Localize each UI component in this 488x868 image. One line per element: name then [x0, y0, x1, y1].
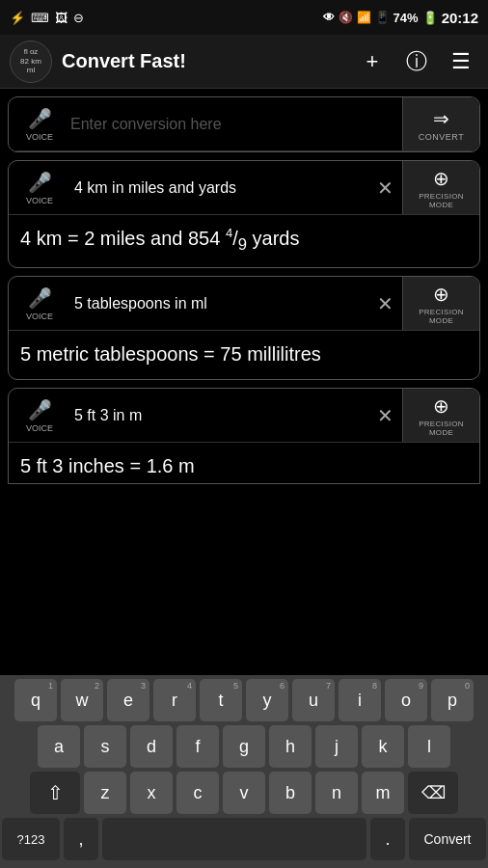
close-button-1[interactable]: ✕ [367, 171, 402, 205]
key-w[interactable]: 2w [61, 679, 103, 721]
mic-icon-2: 🎤 [28, 286, 52, 310]
symbols-key[interactable]: ?123 [2, 818, 60, 860]
backspace-key[interactable]: ⌫ [408, 772, 458, 814]
key-e[interactable]: 3e [107, 679, 149, 721]
shift-key[interactable]: ⇧ [30, 772, 80, 814]
status-left-icons: ⚡ ⌨ 🖼 ⊖ [10, 11, 84, 25]
key-s[interactable]: s [84, 725, 126, 768]
keyboard: 1q 2w 3e 4r 5t 6y 7u 8i 9o 0p a s d f g … [0, 675, 488, 868]
voice-button-3[interactable]: 🎤 VOICE [9, 398, 70, 433]
convert-arrow-icon: ⇒ [433, 107, 449, 130]
info-button[interactable]: ⓘ [399, 44, 434, 79]
keyboard-row-1: 1q 2w 3e 4r 5t 6y 7u 8i 9o 0p [2, 679, 486, 721]
subscript-1: 9 [238, 235, 247, 254]
close-button-3[interactable]: ✕ [367, 398, 402, 433]
key-p[interactable]: 0p [431, 679, 474, 721]
key-number-3: 3 [141, 681, 146, 691]
key-y[interactable]: 6y [246, 679, 288, 721]
key-z[interactable]: z [84, 772, 126, 814]
precision-label-3: PRECISIONMODE [419, 420, 464, 437]
key-m[interactable]: m [362, 772, 404, 814]
key-k[interactable]: k [362, 725, 404, 768]
input-row: 🎤 VOICE ⇒ CONVERT [9, 97, 479, 151]
precision-button-3[interactable]: ⊕ PRECISIONMODE [402, 389, 479, 442]
keyboard-row-2: a s d f g h j k l [2, 725, 486, 768]
mute-icon: 🔇 [339, 11, 353, 24]
status-bar: ⚡ ⌨ 🖼 ⊖ 👁 🔇 📶 📱 74% 🔋 20:12 [0, 0, 488, 35]
key-h[interactable]: h [269, 725, 312, 768]
voice-label-2: VOICE [26, 312, 53, 321]
result-card-3: 🎤 VOICE 5 ft 3 in m ✕ ⊕ PRECISIONMODE 5 … [8, 388, 480, 484]
key-l[interactable]: l [408, 725, 450, 768]
status-time: 20:12 [442, 10, 478, 26]
signal-icon: 📱 [375, 11, 390, 24]
voice-label-1: VOICE [26, 196, 53, 205]
menu-button[interactable]: ☰ [444, 44, 478, 79]
key-t[interactable]: 5t [200, 679, 242, 721]
key-d[interactable]: d [130, 725, 173, 768]
key-number-7: 7 [326, 681, 331, 691]
result-input-row-1: 🎤 VOICE 4 km in miles and yards ✕ ⊕ PREC… [9, 161, 479, 215]
key-number-9: 9 [419, 681, 423, 691]
convert-label: CONVERT [419, 132, 464, 142]
key-b[interactable]: b [269, 772, 312, 814]
mic-icon-3: 🎤 [28, 398, 52, 421]
key-v[interactable]: v [223, 772, 265, 814]
conversion-input[interactable] [70, 116, 402, 133]
keyboard-icon: ⌨ [31, 11, 49, 25]
app-logo: fl oz 82 km ml [10, 41, 52, 83]
key-number-2: 2 [95, 681, 99, 691]
precision-icon-2: ⊕ [433, 283, 449, 306]
key-r[interactable]: 4r [153, 679, 196, 721]
convert-keyboard-button[interactable]: Convert [409, 818, 486, 860]
key-x[interactable]: x [130, 772, 173, 814]
battery-percent: 74% [393, 11, 419, 25]
keyboard-row-4: ?123 , . Convert [2, 818, 486, 860]
key-i[interactable]: 8i [339, 679, 381, 721]
close-button-2[interactable]: ✕ [367, 286, 402, 321]
key-c[interactable]: c [176, 772, 219, 814]
precision-button-1[interactable]: ⊕ PRECISIONMODE [402, 161, 479, 214]
wifi-icon: 📶 [357, 11, 371, 24]
input-text-3: 5 ft 3 in m [70, 407, 367, 424]
key-number-1: 1 [48, 681, 53, 691]
add-button[interactable]: + [355, 44, 390, 79]
result-card-1: 🎤 VOICE 4 km in miles and yards ✕ ⊕ PREC… [8, 160, 480, 268]
voice-label-input: VOICE [26, 132, 53, 142]
precision-icon-1: ⊕ [433, 167, 449, 190]
key-j[interactable]: j [315, 725, 358, 768]
result-card-2: 🎤 VOICE 5 tablespoons in ml ✕ ⊕ PRECISIO… [8, 276, 480, 380]
comma-key[interactable]: , [64, 818, 98, 860]
result-text-2: 5 metric tablespoons = 75 millilitres [9, 331, 479, 379]
key-o[interactable]: 9o [385, 679, 427, 721]
input-card: 🎤 VOICE ⇒ CONVERT [8, 96, 480, 152]
voice-button-2[interactable]: 🎤 VOICE [9, 286, 70, 321]
key-f[interactable]: f [176, 725, 219, 768]
key-u[interactable]: 7u [292, 679, 335, 721]
precision-label-2: PRECISIONMODE [419, 308, 464, 325]
input-text-2: 5 tablespoons in ml [70, 295, 367, 312]
convert-button[interactable]: ⇒ CONVERT [402, 97, 479, 150]
eye-icon: 👁 [323, 11, 335, 24]
usb-icon: ⚡ [10, 11, 25, 25]
voice-button-input[interactable]: 🎤 VOICE [9, 107, 70, 142]
space-key[interactable] [102, 818, 366, 860]
key-n[interactable]: n [315, 772, 358, 814]
key-number-0: 0 [465, 681, 470, 691]
voice-button-1[interactable]: 🎤 VOICE [9, 171, 70, 205]
precision-label-1: PRECISIONMODE [419, 192, 464, 209]
result-input-row-2: 🎤 VOICE 5 tablespoons in ml ✕ ⊕ PRECISIO… [9, 277, 479, 331]
image-icon: 🖼 [55, 11, 68, 25]
input-text-1: 4 km in miles and yards [70, 179, 367, 197]
main-content: 🎤 VOICE ⇒ CONVERT 🎤 VOICE 4 km in miles … [0, 89, 488, 492]
mic-icon: 🎤 [28, 107, 52, 130]
precision-button-2[interactable]: ⊕ PRECISIONMODE [402, 277, 479, 330]
app-title: Convert Fast! [62, 50, 345, 72]
precision-icon-3: ⊕ [433, 394, 449, 418]
key-q[interactable]: 1q [14, 679, 57, 721]
status-right-icons: 👁 🔇 📶 📱 74% 🔋 20:12 [323, 10, 478, 26]
period-key[interactable]: . [370, 818, 405, 860]
key-a[interactable]: a [38, 725, 80, 768]
result-input-row-3: 🎤 VOICE 5 ft 3 in m ✕ ⊕ PRECISIONMODE [9, 389, 479, 443]
key-g[interactable]: g [223, 725, 265, 768]
